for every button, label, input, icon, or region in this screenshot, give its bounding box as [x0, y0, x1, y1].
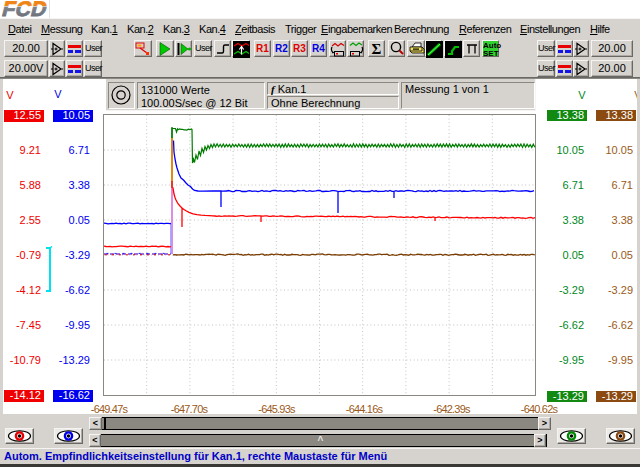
svg-text:FCD: FCD [0, 0, 50, 18]
